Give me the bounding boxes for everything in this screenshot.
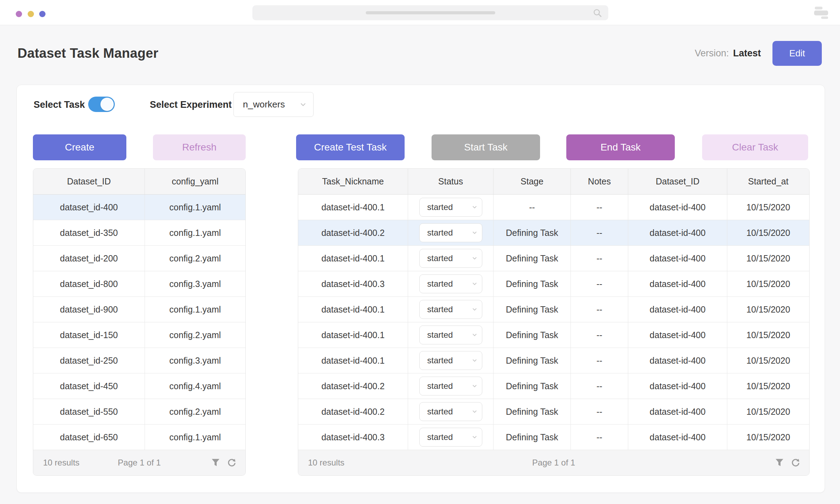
config-yaml-cell: config.2.yaml [145,322,245,348]
config-yaml-cell: config.1.yaml [145,425,245,450]
notes-cell: -- [570,195,628,220]
status-select[interactable]: started [419,274,482,293]
table-row[interactable]: dataset-id-400.1 started -- -- dataset- [298,195,809,220]
dataset-id-cell: dataset_id-900 [33,297,145,322]
notes-cell: -- [570,425,628,450]
table-row[interactable]: dataset-id-400.1 started Defining Task -… [298,348,809,373]
column-header-stage[interactable]: Stage [493,169,570,194]
stage-cell: Defining Task [493,322,570,348]
column-header-config-yaml[interactable]: config_yaml [145,169,245,194]
window-dot-indigo[interactable] [39,11,46,17]
browser-top-bar [0,0,840,25]
status-cell: started [408,297,493,322]
status-select[interactable]: started [419,377,482,396]
status-value: started [427,356,453,365]
experiment-dropdown[interactable]: n_workers [233,92,314,117]
dataset-id-cell: dataset-id-400 [628,373,727,399]
page-indicator: Page 1 of 1 [532,458,575,468]
config-yaml-cell: config.2.yaml [145,399,245,424]
column-header-dataset-id[interactable]: Dataset_ID [33,169,145,194]
filter-funnel-icon[interactable] [211,458,220,467]
table-row[interactable]: dataset-id-400.2 started Defining Task -… [298,373,809,399]
edit-button[interactable]: Edit [772,41,822,66]
table-row[interactable]: dataset_id-900 config.1.yaml [33,297,245,322]
status-cell: started [408,220,493,245]
create-test-task-button[interactable]: Create Test Task [296,134,405,160]
table-row[interactable]: dataset_id-650 config.1.yaml [33,425,245,450]
stage-cell: Defining Task [493,297,570,322]
started-at-cell: 10/15/2020 [727,195,809,220]
dataset-id-cell: dataset-id-400 [628,297,727,322]
table-row[interactable]: dataset_id-350 config.1.yaml [33,220,245,246]
table-row[interactable]: dataset_id-550 config.2.yaml [33,399,245,425]
task-nickname-cell: dataset-id-400.2 [298,399,408,424]
config-yaml-cell: config.1.yaml [145,220,245,245]
status-select[interactable]: started [419,428,482,447]
select-task-label: Select Task [34,97,85,112]
table-row[interactable]: dataset-id-400.1 started Defining Task -… [298,246,809,271]
dataset-id-cell: dataset_id-200 [33,246,145,271]
status-cell: started [408,373,493,399]
status-select[interactable]: started [419,326,482,344]
table-row[interactable]: dataset-id-400.2 started Defining Task -… [298,220,809,246]
browser-menu-icon[interactable] [814,6,828,19]
column-header-task-nickname[interactable]: Task_Nickname [298,169,408,194]
table-row[interactable]: dataset-id-400.3 started Defining Task -… [298,425,809,450]
table-row[interactable]: dataset-id-400.3 started Defining Task -… [298,271,809,297]
window-dot-purple[interactable] [16,11,22,17]
status-select[interactable]: started [419,249,482,268]
notes-cell: -- [570,271,628,296]
clear-task-button[interactable]: Clear Task [702,134,808,160]
task-nickname-cell: dataset-id-400.1 [298,322,408,348]
dataset-id-cell: dataset-id-400 [628,425,727,450]
refresh-icon[interactable] [227,458,236,467]
search-icon[interactable] [592,8,603,18]
status-value: started [427,228,453,238]
started-at-cell: 10/15/2020 [727,271,809,296]
status-select[interactable]: started [419,300,482,319]
task-nickname-cell: dataset-id-400.3 [298,425,408,450]
table-row[interactable]: dataset_id-200 config.2.yaml [33,246,245,271]
chevron-down-icon [471,408,478,415]
column-header-notes[interactable]: Notes [570,169,628,194]
window-dot-yellow[interactable] [28,11,34,17]
started-at-cell: 10/15/2020 [727,373,809,399]
refresh-icon[interactable] [791,458,800,467]
filter-funnel-icon[interactable] [775,458,784,467]
refresh-button[interactable]: Refresh [153,134,246,160]
status-select[interactable]: started [419,223,482,242]
chevron-down-icon [471,434,478,440]
create-button[interactable]: Create [33,134,126,160]
status-select[interactable]: started [419,402,482,421]
table-row[interactable]: dataset_id-800 config.3.yaml [33,271,245,297]
table-row[interactable]: dataset_id-150 config.2.yaml [33,322,245,348]
select-task-toggle[interactable] [88,97,115,112]
task-nickname-cell: dataset-id-400.1 [298,348,408,373]
stage-cell: Defining Task [493,246,570,271]
stage-cell: Defining Task [493,271,570,296]
status-value: started [427,202,453,212]
status-select[interactable]: started [419,198,482,217]
version-value: Latest [733,48,761,59]
column-header-started-at[interactable]: Started_at [727,169,809,194]
status-select[interactable]: started [419,351,482,370]
table-row[interactable]: dataset_id-250 config.3.yaml [33,348,245,373]
start-task-button[interactable]: Start Task [432,134,540,160]
table-row[interactable]: dataset-id-400.1 started Defining Task -… [298,322,809,348]
table-row[interactable]: dataset-id-400.2 started Defining Task -… [298,399,809,425]
column-header-status[interactable]: Status [408,169,493,194]
dataset-id-cell: dataset_id-650 [33,425,145,450]
table-row[interactable]: dataset-id-400.1 started Defining Task -… [298,297,809,322]
table-row[interactable]: dataset_id-400 config.1.yaml [33,195,245,220]
column-header-dataset-id[interactable]: Dataset_ID [628,169,727,194]
task-table-header: Task_Nickname Status Stage Notes Dataset… [298,169,809,195]
stage-cell: Defining Task [493,220,570,245]
dataset-id-cell: dataset_id-450 [33,373,145,399]
notes-cell: -- [570,220,628,245]
address-search-bar[interactable] [252,5,608,20]
task-nickname-cell: dataset-id-400.1 [298,195,408,220]
dataset-table-body: dataset_id-400 config.1.yaml dataset_id-… [33,195,245,450]
table-row[interactable]: dataset_id-450 config.4.yaml [33,373,245,399]
status-value: started [427,407,453,416]
end-task-button[interactable]: End Task [566,134,675,160]
